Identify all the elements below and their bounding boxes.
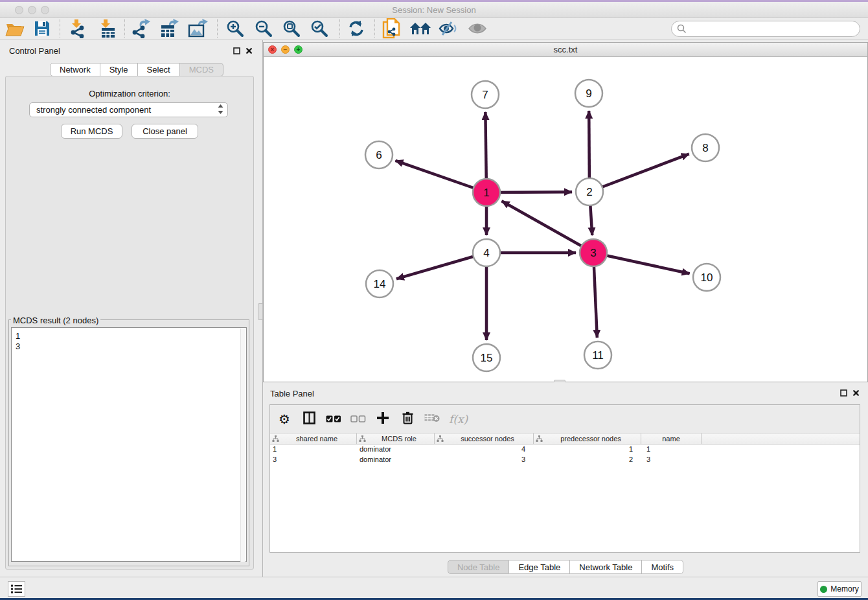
copy-network-icon — [382, 18, 402, 39]
refresh-icon — [347, 20, 365, 37]
close-table-panel-icon[interactable] — [852, 389, 860, 397]
criterion-dropdown[interactable]: strongly connected component — [29, 102, 228, 117]
copy-network-button[interactable] — [380, 17, 404, 40]
toolbar-separator — [124, 19, 125, 38]
node-label-1: 1 — [483, 187, 489, 199]
delete-table-icon[interactable] — [424, 413, 440, 425]
edge-3-1[interactable] — [502, 201, 593, 253]
tab-node-table[interactable]: Node Table — [448, 560, 510, 574]
export-table-icon — [160, 19, 179, 38]
network-minimize-button[interactable]: − — [281, 45, 290, 54]
tab-select[interactable]: Select — [138, 63, 180, 76]
minimize-window-button[interactable] — [28, 6, 36, 14]
deselect-all-icon[interactable] — [350, 413, 366, 425]
column-header-predecessor-nodes[interactable]: predecessor nodes — [534, 433, 641, 444]
float-table-panel-icon[interactable] — [840, 389, 847, 397]
node-label-8: 8 — [702, 142, 708, 154]
refresh-view-button[interactable] — [345, 17, 368, 40]
table-row[interactable]: 3 dominator 3 2 3 — [270, 455, 860, 465]
export-network-button[interactable] — [130, 17, 154, 40]
control-panel-title: Control Panel — [9, 46, 60, 56]
settings-gear-icon[interactable]: ⚙ — [277, 411, 292, 427]
zoom-selected-button[interactable] — [308, 17, 331, 40]
zoom-out-button[interactable] — [252, 17, 275, 40]
hide-selected-button[interactable] — [437, 17, 460, 40]
window-title: Session: New Session — [0, 2, 868, 18]
tab-edge-table[interactable]: Edge Table — [509, 560, 570, 574]
window-titlebar: Session: New Session — [0, 2, 868, 18]
optimization-criterion-label: Optimization criterion: — [5, 89, 254, 98]
open-folder-icon — [5, 20, 25, 37]
delete-column-icon[interactable] — [400, 411, 415, 427]
shared-column-icon — [272, 435, 279, 442]
mcds-result-textarea[interactable]: 1 3 — [11, 327, 247, 562]
toolbar-separator — [374, 19, 375, 38]
memory-button[interactable]: Memory — [817, 581, 862, 597]
result-scrollbar[interactable] — [240, 329, 246, 562]
export-table-button[interactable] — [158, 17, 181, 40]
eye-slash-icon — [439, 21, 458, 36]
table-row[interactable]: 1 dominator 4 1 1 — [270, 444, 860, 455]
column-header-shared-name[interactable]: shared name — [270, 433, 357, 444]
column-header-name[interactable]: name — [641, 433, 702, 444]
run-mcds-button[interactable]: Run MCDS — [61, 124, 122, 139]
eye-icon — [468, 21, 487, 36]
search-field[interactable] — [671, 21, 860, 37]
network-canvas[interactable]: 1234678910111415 — [263, 57, 868, 382]
shared-column-icon — [437, 435, 444, 442]
export-image-button[interactable] — [187, 17, 210, 40]
select-all-icon[interactable] — [326, 413, 341, 425]
zoom-window-button[interactable] — [41, 6, 49, 14]
show-all-button[interactable] — [466, 17, 489, 40]
node-label-15: 15 — [481, 352, 493, 364]
table-panel-tabs: Node Table Edge Table Network Table Moti… — [263, 560, 868, 574]
zoom-out-icon — [255, 19, 273, 38]
export-network-icon — [132, 19, 152, 38]
vertical-splitter-grip[interactable] — [258, 303, 263, 320]
network-zoom-button[interactable]: + — [294, 45, 303, 54]
tab-network[interactable]: Network — [50, 63, 100, 76]
task-history-button[interactable] — [8, 581, 25, 597]
network-graph: 1234678910111415 — [264, 57, 867, 381]
zoom-fit-button[interactable] — [280, 17, 303, 40]
zoom-in-icon — [226, 19, 244, 38]
save-icon — [34, 20, 51, 37]
tab-network-table[interactable]: Network Table — [570, 560, 642, 574]
import-table-icon — [98, 19, 117, 38]
table-header: shared name MCDS role successor nodes pr… — [270, 433, 860, 444]
node-label-14: 14 — [374, 278, 386, 290]
node-label-6: 6 — [376, 149, 382, 161]
edge-3-10[interactable] — [593, 253, 690, 273]
tab-style[interactable]: Style — [100, 63, 138, 76]
shared-column-icon — [536, 435, 543, 442]
home-layout-button[interactable] — [409, 17, 432, 40]
edge-1-6[interactable] — [395, 161, 486, 192]
node-label-7: 7 — [482, 89, 488, 101]
tab-motifs[interactable]: Motifs — [642, 560, 683, 574]
node-label-2: 2 — [586, 186, 592, 198]
float-panel-icon[interactable] — [233, 47, 240, 54]
tab-mcds[interactable]: MCDS — [180, 63, 223, 76]
close-window-button[interactable] — [15, 6, 23, 14]
zoom-selected-icon — [310, 19, 328, 38]
zoom-in-button[interactable] — [223, 17, 247, 40]
function-builder-icon[interactable]: f(x) — [449, 413, 464, 426]
edge-2-8[interactable] — [589, 154, 689, 192]
open-session-button[interactable] — [3, 17, 27, 40]
toolbar-separator — [60, 19, 60, 38]
network-close-button[interactable]: × — [268, 45, 277, 54]
node-label-4: 4 — [483, 247, 489, 259]
node-label-11: 11 — [592, 349, 604, 362]
column-header-successor-nodes[interactable]: successor nodes — [435, 433, 534, 444]
column-header-mcds-role[interactable]: MCDS role — [357, 433, 435, 444]
save-session-button[interactable] — [30, 17, 54, 40]
add-column-icon[interactable] — [375, 412, 391, 426]
toggle-panes-icon[interactable] — [301, 411, 317, 427]
status-bar — [0, 577, 868, 598]
mcds-result-title: MCDS result (2 nodes) — [11, 316, 100, 325]
node-label-9: 9 — [586, 87, 591, 100]
import-table-button[interactable] — [96, 17, 119, 40]
import-network-button[interactable] — [67, 17, 90, 40]
close-panel-icon[interactable] — [246, 47, 253, 54]
close-panel-button[interactable]: Close panel — [131, 124, 198, 139]
